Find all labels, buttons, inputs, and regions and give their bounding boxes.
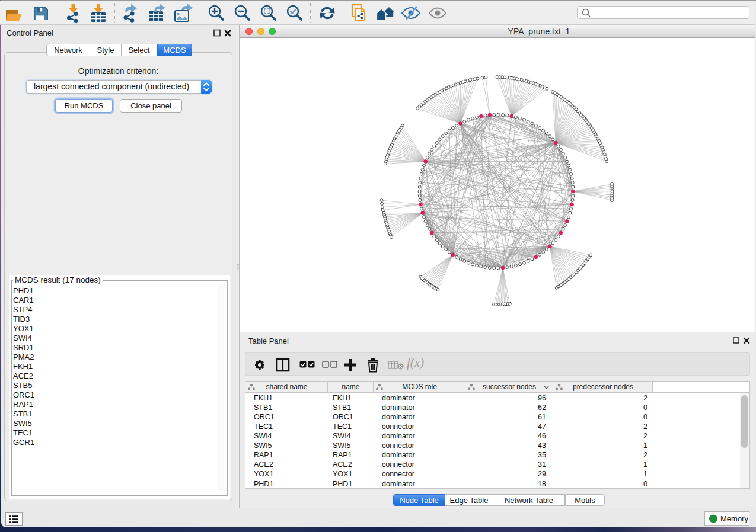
svg-text:Memory: Memory	[720, 514, 748, 523]
